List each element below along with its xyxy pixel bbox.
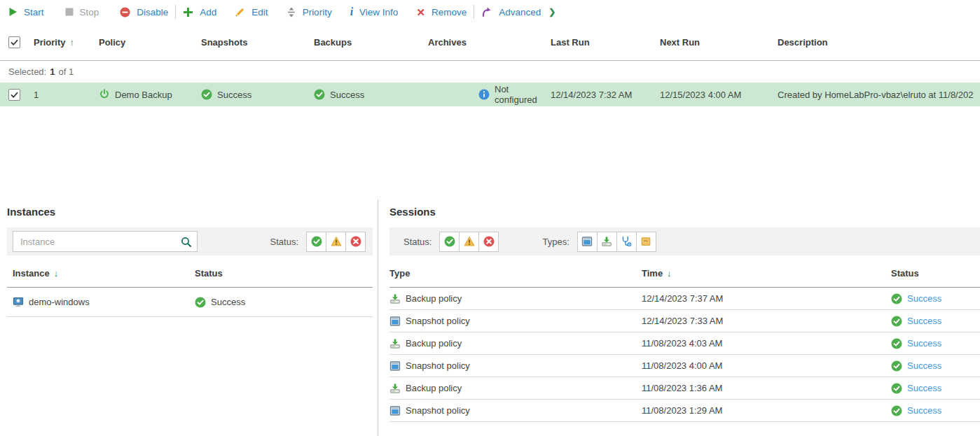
policies-table-header: Priority ↑ Policy Snapshots Backups Arch… — [0, 24, 980, 61]
advanced-icon — [481, 6, 492, 17]
sort-asc-icon: ↑ — [70, 37, 75, 48]
success-icon — [891, 338, 902, 349]
snapshot-policy-icon — [389, 405, 401, 416]
status-filter-label: Status: — [403, 237, 432, 247]
filter-warning-button[interactable] — [459, 232, 479, 252]
success-icon — [314, 89, 325, 100]
sessions-filter-bar: Status: Types: — [389, 227, 980, 255]
session-status-link[interactable]: Success — [907, 338, 941, 349]
instance-search-input[interactable] — [13, 237, 181, 247]
filter-snapshot-button[interactable] — [577, 232, 598, 252]
add-button[interactable]: Add — [183, 7, 216, 17]
filter-archive-button[interactable] — [636, 232, 656, 252]
description-cell: Created by HomeLabPro-vbaz\elruto at 11/… — [778, 90, 980, 100]
session-type: Backup policy — [406, 293, 462, 304]
filter-success-button[interactable] — [306, 232, 326, 252]
column-header-archives[interactable]: Archives — [428, 37, 551, 48]
column-header-instance[interactable]: Instance ↓ — [13, 268, 195, 279]
success-icon — [195, 297, 206, 308]
view-info-label: View Info — [359, 7, 398, 17]
next-run-cell: 12/15/2023 4:00 AM — [660, 90, 778, 100]
session-row[interactable]: Backup policy 11/08/2023 4:03 AM Success — [389, 332, 980, 355]
filter-success-button[interactable] — [439, 232, 460, 252]
session-status-link[interactable]: Success — [907, 383, 941, 393]
row-checkbox[interactable] — [8, 89, 20, 101]
priority-button[interactable]: Priority — [287, 7, 332, 17]
filter-error-button[interactable] — [345, 232, 366, 252]
column-header-status[interactable]: Status — [891, 268, 980, 279]
pencil-icon — [235, 7, 245, 17]
instance-row[interactable]: demo-windows Success — [7, 288, 373, 317]
success-icon — [891, 316, 902, 327]
instance-name: demo-windows — [29, 297, 90, 307]
search-icon[interactable] — [181, 237, 191, 247]
session-status-link[interactable]: Success — [907, 293, 941, 304]
start-label: Start — [24, 7, 44, 17]
session-type: Backup policy — [406, 338, 462, 349]
instances-table-header: Instance ↓ Status — [7, 260, 373, 288]
column-header-snapshots[interactable]: Snapshots — [200, 37, 312, 48]
remove-button[interactable]: ✕ Remove — [416, 7, 467, 17]
success-icon — [891, 293, 902, 304]
toolbar-separator — [474, 5, 474, 19]
snapshot-policy-icon — [389, 360, 401, 372]
sessions-title: Sessions — [389, 205, 980, 219]
snapshots-status: Success — [217, 90, 251, 100]
start-button[interactable]: Start — [8, 7, 44, 17]
session-row[interactable]: Snapshot policy 12/14/2023 7:33 AM Succe… — [389, 310, 980, 332]
play-icon — [8, 7, 18, 17]
session-type: Backup policy — [406, 383, 462, 393]
disable-button[interactable]: Disable — [120, 7, 168, 17]
column-header-policy[interactable]: Policy — [95, 37, 200, 48]
session-type: Snapshot policy — [406, 405, 470, 416]
sort-desc-icon: ↓ — [667, 268, 672, 279]
filter-error-button[interactable] — [478, 232, 499, 252]
column-header-last-run[interactable]: Last Run — [551, 37, 660, 48]
success-icon — [891, 383, 902, 394]
selection-summary: Selected: 1 of 1 — [0, 61, 980, 82]
session-row[interactable]: Backup policy 12/14/2023 7:37 AM Success — [389, 288, 980, 310]
filter-backup-button[interactable] — [597, 232, 617, 252]
policy-row[interactable]: 1 Demo Backup Success Success Not config… — [0, 83, 980, 106]
selected-count: 1 — [50, 66, 55, 77]
session-status-link[interactable]: Success — [907, 405, 941, 416]
advanced-label: Advanced — [499, 7, 541, 17]
instances-filter-bar: Status: — [7, 227, 373, 255]
session-row[interactable]: Snapshot policy 11/08/2023 1:29 AM Succe… — [389, 400, 980, 422]
session-row[interactable]: Backup policy 11/08/2023 1:36 AM Success — [389, 377, 980, 400]
column-header-backups[interactable]: Backups — [312, 37, 428, 48]
filter-warning-button[interactable] — [326, 232, 346, 252]
advanced-button[interactable]: Advanced ❯ — [481, 6, 555, 17]
sessions-table: Type Time ↓ Status Backup policy 12/14/2… — [389, 260, 980, 422]
select-all-checkbox[interactable] — [8, 36, 20, 48]
types-filter-label: Types: — [542, 237, 569, 247]
chevron-down-icon: ❯ — [548, 7, 555, 17]
add-label: Add — [200, 7, 216, 17]
view-info-button[interactable]: i View Info — [350, 6, 399, 17]
edit-button[interactable]: Edit — [235, 7, 268, 17]
column-header-type[interactable]: Type — [389, 268, 642, 279]
column-header-time[interactable]: Time ↓ — [642, 268, 891, 279]
instances-status-filters — [306, 232, 366, 252]
selected-suffix: of 1 — [58, 66, 74, 77]
plus-icon — [183, 7, 193, 17]
filter-restore-button[interactable] — [616, 232, 637, 252]
toolbar-separator — [175, 5, 176, 19]
column-header-description[interactable]: Description — [778, 37, 980, 48]
session-row[interactable]: Snapshot policy 11/08/2023 4:00 AM Succe… — [389, 355, 980, 377]
session-status-link[interactable]: Success — [907, 360, 941, 371]
column-header-status[interactable]: Status — [195, 268, 373, 279]
session-type: Snapshot policy — [406, 360, 470, 371]
windows-vm-icon — [13, 297, 24, 308]
selected-label: Selected: — [8, 66, 46, 77]
stop-button[interactable]: Stop — [65, 7, 99, 17]
column-header-next-run[interactable]: Next Run — [660, 37, 778, 48]
disable-label: Disable — [137, 7, 168, 17]
session-time: 11/08/2023 4:00 AM — [642, 360, 891, 371]
sessions-table-header: Type Time ↓ Status — [389, 260, 980, 288]
priority-label: Priority — [303, 7, 332, 17]
stop-label: Stop — [80, 7, 99, 17]
edit-label: Edit — [251, 7, 268, 17]
column-header-priority[interactable]: Priority ↑ — [34, 37, 95, 48]
session-status-link[interactable]: Success — [907, 316, 941, 326]
